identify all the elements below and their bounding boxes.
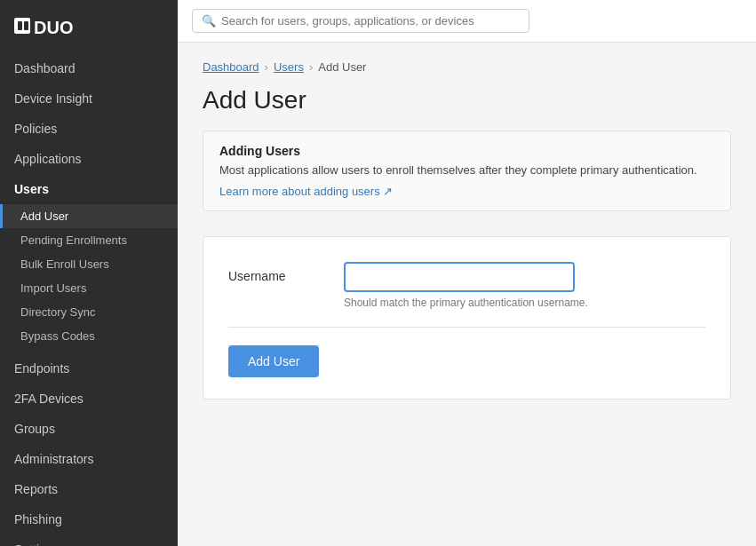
sidebar-item-settings[interactable]: Settings <box>0 534 178 546</box>
sidebar-item-dashboard[interactable]: Dashboard <box>0 53 178 83</box>
username-input[interactable] <box>344 262 575 292</box>
sidebar: DUO Dashboard Device Insight Policies Ap… <box>0 0 178 546</box>
svg-rect-2 <box>24 21 28 30</box>
sidebar-item-administrators[interactable]: Administrators <box>0 444 178 474</box>
form-section: Username Should match the primary authen… <box>203 236 731 400</box>
username-hint: Should match the primary authentication … <box>344 297 705 309</box>
username-label: Username <box>228 262 344 283</box>
submit-row: Add User <box>228 345 705 377</box>
sidebar-item-2fa-devices[interactable]: 2FA Devices <box>0 384 178 414</box>
sidebar-sub-item-bypass-codes[interactable]: Bypass Codes <box>0 324 178 348</box>
info-box-body: Most applications allow users to enroll … <box>219 163 714 177</box>
search-bar[interactable]: 🔍 <box>192 9 529 33</box>
breadcrumb-current: Add User <box>318 60 366 74</box>
sidebar-item-applications[interactable]: Applications <box>0 144 178 174</box>
sidebar-item-device-insight[interactable]: Device Insight <box>0 83 178 114</box>
username-row: Username Should match the primary authen… <box>228 262 705 309</box>
sidebar-sub-item-directory-sync[interactable]: Directory Sync <box>0 300 178 324</box>
search-input[interactable] <box>221 14 520 28</box>
sidebar-item-users[interactable]: Users <box>0 174 178 204</box>
topbar: 🔍 <box>178 0 756 43</box>
search-icon: 🔍 <box>202 14 216 28</box>
breadcrumb: Dashboard › Users › Add User <box>203 60 731 74</box>
page-title: Add User <box>203 86 731 115</box>
logo: DUO <box>0 0 178 53</box>
info-box: Adding Users Most applications allow use… <box>203 131 731 211</box>
sidebar-item-policies[interactable]: Policies <box>0 114 178 144</box>
sidebar-item-groups[interactable]: Groups <box>0 414 178 444</box>
username-control-wrap: Should match the primary authentication … <box>344 262 705 309</box>
sidebar-sub-item-import-users[interactable]: Import Users <box>0 276 178 300</box>
info-box-title: Adding Users <box>219 144 714 158</box>
breadcrumb-sep-2: › <box>309 60 313 74</box>
sidebar-item-reports[interactable]: Reports <box>0 474 178 504</box>
breadcrumb-users[interactable]: Users <box>274 60 304 74</box>
content-area: Dashboard › Users › Add User Add User Ad… <box>178 43 756 546</box>
svg-rect-1 <box>18 21 22 30</box>
sidebar-sub-item-bulk-enroll-users[interactable]: Bulk Enroll Users <box>0 252 178 276</box>
main-content: 🔍 Dashboard › Users › Add User Add User … <box>178 0 756 546</box>
form-divider <box>228 327 705 328</box>
breadcrumb-dashboard[interactable]: Dashboard <box>203 60 259 74</box>
sidebar-sub-item-pending-enrollments[interactable]: Pending Enrollments <box>0 228 178 252</box>
sidebar-item-phishing[interactable]: Phishing <box>0 504 178 534</box>
svg-text:DUO: DUO <box>34 18 73 37</box>
sidebar-item-endpoints[interactable]: Endpoints <box>0 353 178 384</box>
sidebar-sub-item-add-user[interactable]: Add User <box>0 204 178 228</box>
breadcrumb-sep-1: › <box>265 60 268 74</box>
add-user-button[interactable]: Add User <box>228 345 319 377</box>
info-box-link[interactable]: Learn more about adding users ↗ <box>219 185 393 198</box>
